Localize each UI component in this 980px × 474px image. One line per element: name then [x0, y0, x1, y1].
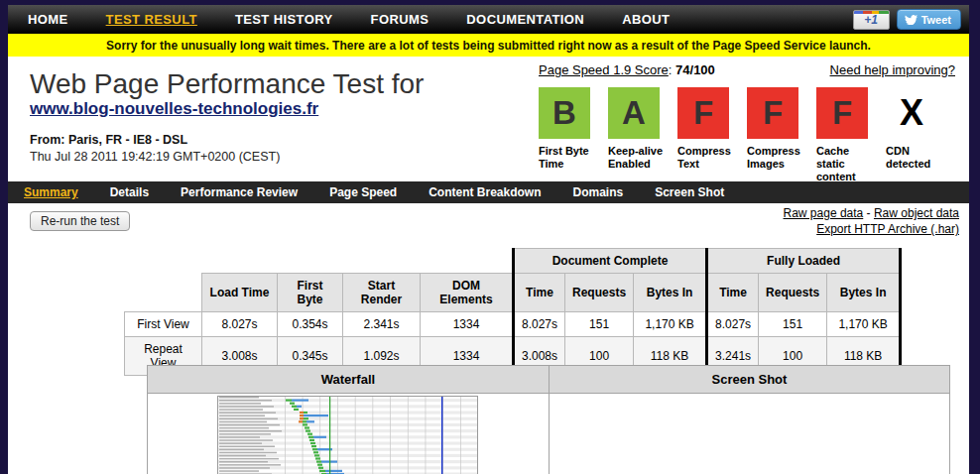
nav-item-test-history[interactable]: TEST HISTORY: [235, 12, 333, 27]
col-dc-time: Time: [514, 274, 565, 312]
grade-label: First Byte Time: [539, 145, 600, 171]
test-date: Thu Jul 28 2011 19:42:19 GMT+0200 (CEST): [30, 150, 424, 164]
blank-cell: [125, 249, 514, 274]
pagespeed-score-link[interactable]: Page Speed 1.9 Score: [539, 62, 669, 77]
col-fl-time: Time: [707, 274, 759, 312]
column-header-row: Load Time First Byte Start Render DOM El…: [125, 274, 901, 312]
tested-site-link[interactable]: www.blog-nouvelles-technologies.fr: [30, 99, 318, 118]
grade-compress-images: F Compress Images: [747, 87, 808, 183]
notice-banner-text: Sorry for the unusually long wait times.…: [106, 39, 871, 53]
tab-domains[interactable]: Domains: [573, 185, 624, 199]
group-header-row: Document Complete Fully Loaded: [125, 249, 901, 274]
waterfall-cell: [148, 394, 550, 474]
pagespeed-score-line: Page Speed 1.9 Score: 74/100 Need help i…: [539, 62, 955, 77]
grade-letter-box: B: [539, 87, 590, 139]
grade-letter-box: F: [816, 87, 868, 139]
col-first-byte: First Byte: [278, 274, 343, 312]
grade-letter-box: F: [747, 87, 798, 139]
grade-first-byte: B First Byte Time: [539, 87, 600, 183]
nav-item-forums[interactable]: FORUMS: [371, 12, 429, 27]
col-fl-requests: Requests: [759, 274, 827, 312]
rerun-test-button[interactable]: Re-run the test: [30, 211, 130, 231]
grade-boxes: B First Byte Time A Keep-alive Enabled F…: [539, 87, 955, 183]
first-view-load-time: 8.027s: [202, 312, 278, 337]
waterfall-body-row: [148, 394, 950, 474]
group-header-document-complete: Document Complete: [514, 249, 707, 274]
col-start-render: Start Render: [343, 274, 421, 312]
screenshot-column-header: Screen Shot: [549, 366, 949, 394]
nav-item-test-result[interactable]: TEST RESULT: [106, 12, 197, 27]
first-view-dc-time: 8.027s: [514, 312, 565, 337]
pagespeed-score: Page Speed 1.9 Score: 74/100: [539, 62, 715, 77]
col-load-time: Load Time: [202, 274, 278, 312]
raw-page-data-link[interactable]: Raw page data: [784, 206, 864, 220]
col-fl-bytes-in: Bytes In: [827, 274, 901, 312]
tab-content-breakdown[interactable]: Content Breakdown: [429, 185, 541, 199]
first-view-start-render: 2.341s: [343, 312, 421, 337]
waterfall-column-header: Waterfall: [148, 366, 550, 394]
tweet-button[interactable]: Tweet: [897, 9, 961, 30]
table-row-first-view: First View 8.027s 0.354s 2.341s 1334 8.0…: [125, 312, 901, 337]
col-dc-bytes-in: Bytes In: [634, 274, 707, 312]
tweet-label: Tweet: [921, 14, 951, 26]
first-view-dom-elements: 1334: [421, 312, 514, 337]
col-dom-elements: DOM Elements: [421, 274, 514, 312]
tab-screen-shot[interactable]: Screen Shot: [655, 185, 724, 199]
google-plus-one-button[interactable]: +1: [853, 10, 890, 30]
grade-label: Compress Images: [747, 145, 808, 171]
nav-item-documentation[interactable]: DOCUMENTATION: [466, 12, 584, 27]
tab-performance-review[interactable]: Performance Review: [181, 185, 298, 199]
first-view-fl-requests: 151: [759, 312, 827, 337]
grade-label: Cache static content: [816, 145, 878, 183]
first-view-dc-bytes-in: 1,170 KB: [634, 312, 707, 337]
twitter-bird-icon: [904, 14, 918, 25]
grade-label: CDN detected: [886, 145, 947, 171]
first-view-fl-time: 8.027s: [707, 312, 759, 337]
top-navbar: HOME TEST RESULT TEST HISTORY FORUMS DOC…: [8, 5, 969, 34]
first-view-dc-requests: 151: [565, 312, 634, 337]
social-buttons: +1 Tweet: [853, 9, 969, 30]
grade-compress-text: F Compress Text: [677, 87, 739, 183]
raw-links-separator: -: [863, 206, 874, 220]
pagespeed-score-value: 74/100: [675, 62, 715, 77]
group-header-fully-loaded: Fully Loaded: [707, 249, 901, 274]
google-colors-stripe: [854, 11, 889, 14]
grade-letter-box: X: [886, 87, 937, 139]
test-location: From: Paris, FR - IE8 - DSL: [30, 133, 424, 147]
waterfall-header-row: Waterfall Screen Shot: [148, 366, 950, 394]
waterfall-screenshot-table: Waterfall Screen Shot: [147, 365, 950, 474]
grade-label: Compress Text: [677, 145, 739, 171]
grade-letter-box: F: [677, 87, 729, 139]
pagespeed-block: Page Speed 1.9 Score: 74/100 Need help i…: [539, 62, 955, 183]
screenshot-cell: [549, 394, 949, 474]
tab-details[interactable]: Details: [110, 185, 149, 199]
grade-keep-alive: A Keep-alive Enabled: [608, 87, 670, 183]
page-title: Web Page Performance Test for: [30, 69, 424, 99]
nav-item-about[interactable]: ABOUT: [622, 12, 670, 27]
raw-object-data-link[interactable]: Raw object data: [874, 206, 959, 220]
first-view-fl-bytes-in: 1,170 KB: [827, 312, 901, 337]
tab-page-speed[interactable]: Page Speed: [329, 185, 397, 199]
export-har-link[interactable]: Export HTTP Archive (.har): [816, 222, 959, 236]
need-help-link[interactable]: Need help improving?: [830, 62, 955, 77]
grade-cache-static: F Cache static content: [816, 87, 878, 183]
notice-banner: Sorry for the unusually long wait times.…: [8, 34, 969, 57]
col-dc-requests: Requests: [565, 274, 634, 312]
waterfall-thumbnail[interactable]: [217, 396, 478, 474]
first-view-first-byte: 0.354s: [278, 312, 343, 337]
score-separator: :: [669, 62, 675, 77]
result-tabbar: Summary Details Performance Review Page …: [8, 181, 969, 203]
tab-summary[interactable]: Summary: [24, 185, 78, 199]
raw-data-links: Raw page data - Raw object data Export H…: [784, 205, 959, 237]
waterfall-thumbnail-link[interactable]: [217, 396, 549, 474]
grade-letter-box: A: [608, 87, 660, 139]
grade-label: Keep-alive Enabled: [608, 145, 670, 171]
title-block: Web Page Performance Test for www.blog-n…: [30, 69, 424, 164]
header-section: Web Page Performance Test for www.blog-n…: [8, 57, 969, 181]
nav-item-home[interactable]: HOME: [28, 12, 68, 27]
grade-cdn: X CDN detected: [886, 87, 947, 183]
summary-metrics-table: Document Complete Fully Loaded Load Time…: [124, 248, 902, 376]
row-label: First View: [125, 312, 202, 337]
blank-cell: [125, 274, 202, 312]
plus-one-label: +1: [864, 13, 878, 27]
